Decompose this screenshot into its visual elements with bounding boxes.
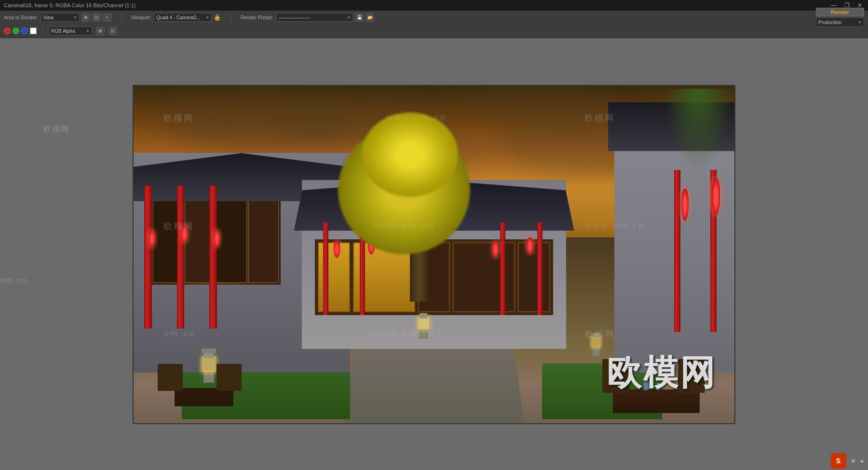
separator2 [231, 13, 231, 22]
render-preset-group: Render Preset: -------------------- ▼ 💾 … [241, 13, 374, 22]
area-to-render-label: Area to Render: [4, 15, 38, 20]
render-preset-label: Render Preset: [241, 15, 273, 20]
viewport-group: Viewport: Quad 4 - Camera0... ▼ 🔒 [131, 13, 221, 22]
area-to-render-dropdown[interactable]: View ▼ [41, 13, 80, 22]
render-image-container: 欧模网 www.om.cn 欧模网 欧模网 www.om.cn www.om.c… [133, 85, 735, 424]
window-title: Camera016, frame 0, RGBA Color 16 Bits/C… [4, 2, 136, 8]
stone-lantern-right [590, 325, 602, 356]
sep3 [42, 27, 43, 35]
column-c4 [537, 222, 542, 315]
color-swatches-group [4, 28, 37, 34]
swatch-white[interactable] [30, 28, 37, 34]
building-right-wall [614, 102, 734, 372]
status-icon-s[interactable]: S [831, 453, 846, 469]
area-to-render-group: Area to Render: View ▼ ⊞ ⊡ × [4, 13, 111, 22]
dropdown-arrow-preset: ▼ [344, 15, 351, 20]
view-btn1[interactable]: ⊞ [96, 27, 105, 35]
viewport-label: Viewport: [131, 15, 151, 20]
toolbar: Area to Render: View ▼ ⊞ ⊡ × Viewport: Q… [0, 11, 868, 38]
production-arrow: ▼ [855, 20, 862, 25]
render-preset-dropdown[interactable]: -------------------- ▼ [276, 13, 353, 22]
view-btn2[interactable]: ⊡ [108, 27, 117, 35]
furniture-group [602, 346, 710, 413]
chair-lr [217, 364, 242, 391]
stone-lantern-center [416, 305, 431, 339]
lantern-l2 [181, 225, 188, 243]
preset-save-btn[interactable]: 💾 [355, 13, 364, 22]
main-content: 欧模网 www.om.cn www.om.cn om.cn www.om.cn … [0, 38, 868, 470]
lantern-l1 [149, 230, 155, 247]
area-render-btn3[interactable]: × [103, 13, 111, 22]
chair-ll [158, 364, 183, 391]
status-bar: S ★ ● [827, 451, 868, 470]
column-l3 [209, 186, 217, 328]
channel-dropdown[interactable]: RGB Alpha ▼ [49, 27, 92, 35]
column-c1 [323, 222, 328, 315]
table [613, 389, 699, 413]
swatch-green[interactable] [13, 28, 19, 34]
lantern-r1 [712, 178, 720, 216]
chair-left [602, 359, 629, 393]
central-windows [315, 239, 553, 315]
column-l1 [144, 186, 152, 328]
foliage-right [663, 89, 735, 170]
preset-load-btn[interactable]: 📂 [366, 13, 374, 22]
column-c3 [500, 222, 505, 315]
separator [121, 13, 122, 22]
vase-2 [656, 383, 661, 391]
toolbars-wrapper: Area to Render: View ▼ ⊞ ⊡ × Viewport: Q… [0, 11, 868, 38]
dropdown-arrow-viewport: ▼ [203, 15, 209, 20]
column-r2 [674, 170, 680, 332]
column-l2 [177, 186, 185, 328]
swatch-blue[interactable] [21, 28, 28, 34]
lantern-c3 [492, 241, 499, 258]
lantern-r2 [681, 189, 689, 221]
swatch-red[interactable] [4, 28, 11, 34]
production-dropdown[interactable]: Production ▼ [816, 17, 864, 27]
bg-watermark-1: 欧模网 [43, 124, 69, 135]
viewport-dropdown[interactable]: Quad 4 - Camera0... ▼ [154, 13, 212, 22]
title-bar: Camera016, frame 0, RGBA Color 16 Bits/C… [0, 0, 868, 11]
vase-1 [643, 380, 649, 390]
render-button[interactable]: Render [816, 8, 864, 16]
lantern-c4 [527, 237, 533, 254]
area-render-btn1[interactable]: ⊞ [81, 13, 90, 22]
render-scene: 欧模网 www.om.cn 欧模网 欧模网 www.om.cn www.om.c… [134, 86, 734, 423]
furniture-left [158, 346, 242, 406]
lock-icon[interactable]: 🔒 [214, 14, 221, 21]
area-render-btn2[interactable]: ⊡ [92, 13, 101, 22]
status-circle-icon[interactable]: ● [860, 457, 864, 465]
toolbar-row1: Area to Render: View ▼ ⊞ ⊡ × Viewport: Q… [0, 11, 868, 24]
render-controls: Render Production ▼ [816, 8, 864, 27]
channel-arrow: ▼ [83, 29, 90, 33]
tree-canopy-top [362, 112, 458, 197]
status-star-icon[interactable]: ★ [850, 457, 856, 465]
chair-right [678, 359, 705, 393]
dropdown-arrow: ▼ [70, 15, 77, 20]
toolbar-row2: RGB Alpha ▼ ⊞ ⊡ [0, 24, 868, 38]
bg-watermark-4: om.cn [0, 276, 27, 285]
